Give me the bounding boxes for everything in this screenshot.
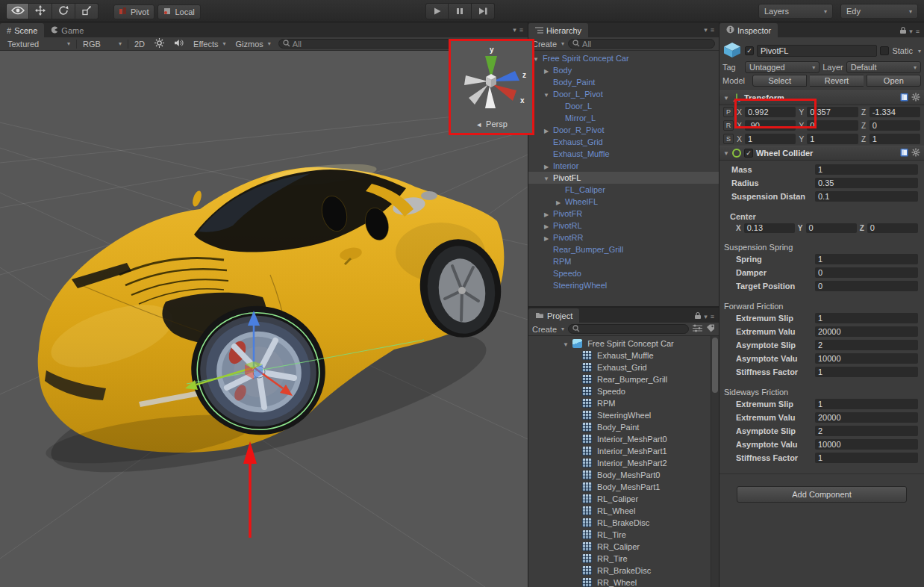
rotate-tool-button[interactable]	[52, 3, 75, 19]
search-by-label-icon[interactable]	[706, 324, 715, 334]
hierarchy-item[interactable]: Door_L	[528, 100, 719, 112]
foldout-icon[interactable]: ▼	[723, 150, 729, 157]
create-dropdown[interactable]: Create ▾	[532, 40, 564, 49]
scale-tool-button[interactable]	[75, 3, 99, 19]
property-field[interactable]: 1	[815, 367, 918, 377]
layout-dropdown[interactable]: Edy ▾	[840, 4, 918, 19]
property-field[interactable]: 10000	[815, 439, 918, 450]
tag-dropdown[interactable]: Untagged ▾	[745, 61, 820, 73]
hierarchy-item[interactable]: Mirror_L	[528, 112, 719, 124]
component-enabled-checkbox[interactable]: ✓	[744, 149, 753, 158]
static-checkbox[interactable]	[880, 46, 889, 55]
project-item[interactable]: RL_Wheel	[528, 505, 719, 517]
lock-icon[interactable]	[694, 311, 702, 321]
project-item[interactable]: Speedo	[528, 385, 719, 397]
hierarchy-item[interactable]: FL_Caliper	[528, 184, 719, 196]
project-item[interactable]: RL_Tire	[528, 529, 719, 541]
foldout-icon[interactable]: ▼	[542, 90, 551, 102]
hierarchy-item[interactable]: RPM	[528, 255, 719, 267]
tab-inspector[interactable]: Inspector	[719, 23, 778, 37]
property-field[interactable]: 2	[815, 340, 918, 350]
create-dropdown[interactable]: Create ▾	[532, 325, 564, 334]
gizmo-neg-axis[interactable]	[469, 84, 488, 105]
effects-dropdown[interactable]: Effects ▾	[189, 38, 230, 50]
project-item[interactable]: Exhaust_Muffle	[528, 350, 719, 361]
active-checkbox[interactable]: ✓	[745, 46, 754, 55]
gear-icon[interactable]	[911, 93, 920, 103]
hierarchy-item[interactable]: SteeringWheel	[528, 279, 719, 291]
tab-game[interactable]: Game	[44, 23, 90, 37]
pause-button[interactable]	[449, 3, 472, 19]
model-revert-button[interactable]: Revert	[810, 75, 863, 87]
panel-menu-icon[interactable]: ▾≡	[704, 26, 715, 34]
panel-menu-icons[interactable]: ▾≡	[899, 26, 920, 36]
project-item[interactable]: RR_Caliper	[528, 541, 719, 553]
toggle-2d[interactable]: 2D	[130, 38, 149, 50]
center-z-field[interactable]: 0	[867, 223, 918, 233]
project-item[interactable]: Interior_MeshPart2	[528, 457, 719, 469]
hierarchy-item[interactable]: Body_Paint	[528, 76, 719, 88]
audio-toggle[interactable]	[169, 38, 188, 50]
project-item[interactable]: Body_Paint	[528, 421, 719, 433]
panel-menu-icon[interactable]: ▾≡	[513, 26, 524, 34]
project-search-input[interactable]	[568, 324, 689, 334]
property-field[interactable]: 20000	[815, 412, 918, 423]
render-mode-dropdown[interactable]: RGB ▾	[78, 38, 126, 50]
hierarchy-search-input[interactable]: All	[568, 39, 715, 49]
tab-hierarchy[interactable]: Hierarchy	[528, 23, 588, 37]
hierarchy-item[interactable]: ▼ Free Spirit Concept Car	[528, 52, 719, 64]
project-item[interactable]: Body_MeshPart1	[528, 481, 719, 493]
help-book-icon[interactable]	[900, 93, 908, 103]
project-item[interactable]: ▼ Free Spirit Concept Car	[528, 338, 719, 350]
hierarchy-item[interactable]: Exhaust_Muffle	[528, 148, 719, 160]
gizmos-dropdown[interactable]: Gizmos ▾	[231, 38, 275, 50]
gizmo-neg-axis[interactable]	[464, 75, 488, 85]
step-button[interactable]	[472, 3, 495, 19]
hierarchy-item[interactable]: ▶ WheelFL	[528, 196, 719, 208]
hierarchy-item[interactable]: ▼ Door_L_Pivot	[528, 88, 719, 100]
property-field[interactable]: 0.35	[815, 178, 918, 188]
layers-dropdown[interactable]: Layers ▾	[758, 4, 833, 19]
center-y-field[interactable]: 0	[806, 223, 857, 233]
property-field[interactable]: 1	[815, 164, 918, 175]
property-field[interactable]: 10000	[815, 353, 918, 364]
shading-mode-dropdown[interactable]: Textured ▾	[3, 38, 75, 50]
project-item[interactable]: Exhaust_Grid	[528, 361, 719, 373]
project-item[interactable]: Rear_Bumper_Grill	[528, 373, 719, 385]
gizmo-neg-axis[interactable]	[485, 86, 496, 108]
hierarchy-item[interactable]: ▶ Interior	[528, 160, 719, 172]
project-item[interactable]: Body_MeshPart0	[528, 469, 719, 481]
hierarchy-item[interactable]: ▶ Door_R_Pivot	[528, 124, 719, 136]
project-scrollbar[interactable]	[711, 336, 719, 587]
project-item[interactable]: RR_BrakeDisc	[528, 565, 719, 577]
property-field[interactable]: 1	[815, 313, 918, 323]
foldout-icon[interactable]: ▼	[542, 173, 551, 185]
pivot-button[interactable]: Pivot	[113, 4, 154, 19]
property-field[interactable]: 0	[815, 281, 918, 291]
gizmo-z-axis[interactable]	[493, 71, 519, 81]
z-field[interactable]: 1	[870, 134, 920, 144]
panel-menu-icons[interactable]: ▾≡	[694, 311, 715, 321]
hierarchy-item[interactable]: Rear_Bumper_Grill	[528, 243, 719, 255]
hierarchy-item[interactable]: ▶ PivotRL	[528, 220, 719, 232]
model-open-button[interactable]: Open	[867, 75, 921, 87]
foldout-icon[interactable]: ▼	[561, 339, 570, 351]
hierarchy-item[interactable]: ▶ Body	[528, 64, 719, 76]
z-field[interactable]: 0	[870, 120, 920, 131]
lighting-toggle[interactable]	[150, 38, 169, 50]
property-field[interactable]: 0.1	[815, 191, 918, 202]
property-field[interactable]: 1	[815, 453, 918, 463]
project-item[interactable]: Interior_MeshPart1	[528, 445, 719, 457]
wheel-collider-header[interactable]: ▼ ✓ Wheel Collider	[719, 146, 924, 161]
property-field[interactable]: 2	[815, 426, 918, 436]
project-item[interactable]: SteeringWheel	[528, 409, 719, 421]
persp-toggle[interactable]: ◄ Persp	[451, 119, 532, 128]
view-tool-button[interactable]	[6, 3, 29, 19]
scene-orientation-gizmo[interactable]: y z x	[451, 41, 532, 116]
x-field[interactable]: 1	[745, 134, 796, 144]
project-item[interactable]: Interior_MeshPart0	[528, 433, 719, 445]
scrollbar-thumb[interactable]	[712, 338, 718, 393]
move-tool-button[interactable]	[29, 3, 52, 19]
hierarchy-item[interactable]: ▼ PivotFL	[528, 172, 719, 184]
tab-scene[interactable]: # Scene	[0, 23, 44, 37]
